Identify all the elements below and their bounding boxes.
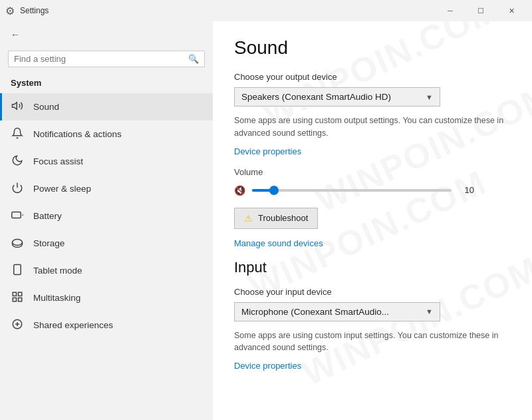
titlebar-controls: ─ ☐ ✕ [435,0,527,21]
nav-label-7: Multitasking [33,293,80,303]
minimize-button[interactable]: ─ [435,0,466,21]
warning-icon: ⚠ [244,213,253,224]
close-button[interactable]: ✕ [496,0,527,21]
output-label: Choose your output device [234,72,511,82]
sidebar-item-focus-assist[interactable]: Focus assist [0,148,213,175]
search-input[interactable] [14,54,188,64]
volume-value: 10 [458,185,474,195]
content-area: WINPOIN.COM WINPOIN.COM WINPOIN.COM WINP… [213,21,532,420]
content-inner: Sound Choose your output device Speakers… [234,37,511,371]
nav-list: SoundNotifications & actionsFocus assist… [0,93,213,339]
sidebar-item-notifications--actions[interactable]: Notifications & actions [0,120,213,148]
titlebar-left: ⚙ Settings [5,5,435,17]
nav-label-5: Storage [33,238,65,248]
dropdown-arrow-icon: ▼ [426,93,433,101]
sidebar-section-label: System [0,75,213,93]
output-info-text: Some apps are using custom output settin… [234,114,511,140]
nav-icon-5 [11,236,24,250]
svg-rect-2 [12,212,21,218]
nav-label-6: Tablet mode [33,266,82,276]
nav-icon-2 [11,154,24,168]
slider-track [252,189,452,192]
nav-icon-6 [11,264,24,278]
svg-rect-8 [19,292,22,296]
nav-icon-1 [11,127,24,141]
sidebar-item-power--sleep[interactable]: Power & sleep [0,175,213,202]
back-arrow-icon: ← [11,29,20,40]
input-device-dropdown[interactable]: Microphone (Conexant SmartAudio... ▼ [234,302,440,321]
input-device-label: Choose your input device [234,287,511,297]
nav-icon-0 [11,100,24,114]
nav-icon-8 [11,318,24,332]
sidebar-item-battery[interactable]: Battery [0,202,213,230]
nav-icon-7 [11,291,24,305]
nav-label-2: Focus assist [33,156,83,166]
manage-devices-link[interactable]: Manage sound devices [234,238,511,248]
nav-icon-3 [11,182,24,196]
volume-mute-icon: 🔇 [234,185,245,196]
svg-rect-10 [19,298,22,302]
troubleshoot-label: Troubleshoot [258,213,308,223]
volume-slider[interactable] [252,184,452,197]
volume-row: 🔇 10 [234,184,511,197]
device-properties-link[interactable]: Device properties [234,146,511,156]
sidebar-item-sound[interactable]: Sound [0,93,213,120]
titlebar: ⚙ Settings ─ ☐ ✕ [0,0,532,21]
volume-label: Volume [234,167,511,177]
sidebar-item-shared-experiences[interactable]: Shared experiences [0,312,213,339]
nav-label-3: Power & sleep [33,184,91,194]
back-button[interactable]: ← [0,21,213,48]
troubleshoot-button[interactable]: ⚠ Troubleshoot [234,208,318,229]
slider-thumb [269,186,279,195]
svg-point-4 [13,240,23,246]
sidebar: ← 🔍 System SoundNotifications & actionsF… [0,21,213,420]
input-info-text: Some apps are using custom input setting… [234,329,511,355]
search-icon: 🔍 [188,54,199,64]
output-device-text: Speakers (Conexant SmartAudio HD) [241,92,391,102]
input-section-title: Input [234,259,511,276]
nav-label-4: Battery [33,211,62,221]
page-title: Sound [234,37,511,59]
input-device-text: Microphone (Conexant SmartAudio... [241,307,389,317]
output-device-dropdown[interactable]: Speakers (Conexant SmartAudio HD) ▼ [234,87,440,106]
nav-label-8: Shared experiences [33,320,113,330]
nav-label-0: Sound [33,102,59,112]
sidebar-item-tablet-mode[interactable]: Tablet mode [0,257,213,284]
nav-icon-4 [11,209,24,223]
search-box[interactable]: 🔍 [8,51,205,67]
svg-rect-7 [13,292,16,296]
sidebar-item-multitasking[interactable]: Multitasking [0,284,213,312]
app-body: ← 🔍 System SoundNotifications & actionsF… [0,21,532,420]
settings-icon: ⚙ [5,5,15,17]
nav-label-1: Notifications & actions [33,129,122,139]
svg-rect-9 [13,298,16,302]
titlebar-title: Settings [20,6,49,15]
svg-marker-0 [13,103,17,110]
maximize-button[interactable]: ☐ [466,0,496,21]
sidebar-item-storage[interactable]: Storage [0,230,213,257]
input-dropdown-arrow-icon: ▼ [426,308,433,315]
input-device-properties-link[interactable]: Device properties [234,361,511,371]
